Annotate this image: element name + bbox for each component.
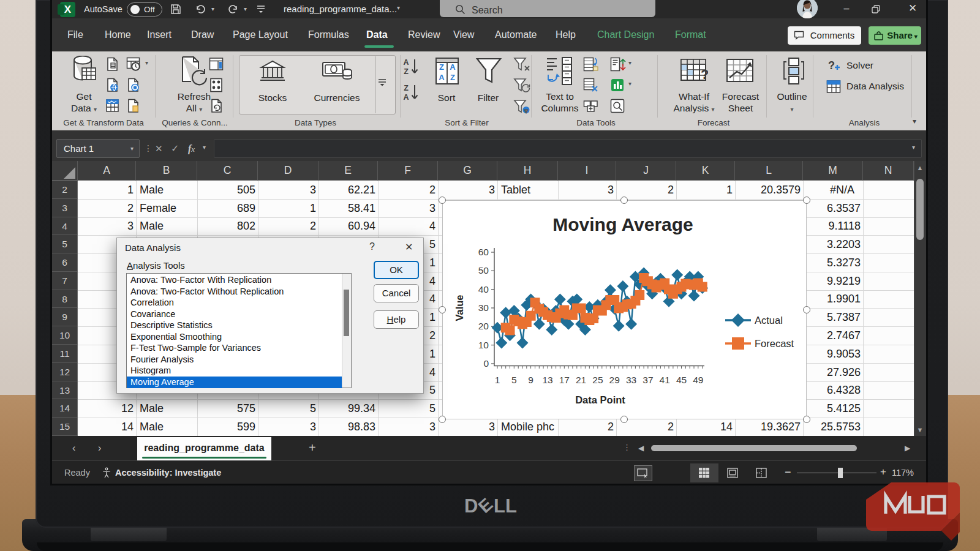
svg-text:9: 9: [528, 375, 533, 385]
svg-text:33: 33: [626, 375, 636, 385]
svg-text:Z: Z: [404, 84, 409, 92]
svg-text:20: 20: [478, 321, 489, 331]
svg-text:50: 50: [478, 265, 489, 276]
svg-text:21: 21: [576, 375, 586, 385]
svg-text:Data Point: Data Point: [575, 394, 625, 405]
svg-text:LL: LL: [494, 495, 517, 517]
svg-text:D: D: [464, 495, 478, 517]
svg-text:Z: Z: [450, 73, 455, 82]
svg-text:Forecast: Forecast: [755, 338, 794, 349]
svg-text:Actual: Actual: [755, 315, 783, 326]
svg-text:25: 25: [592, 375, 603, 385]
svg-text:Moving Average: Moving Average: [552, 214, 693, 234]
svg-text:Value: Value: [454, 294, 465, 321]
svg-text:60: 60: [478, 247, 489, 257]
svg-text:1: 1: [495, 375, 500, 385]
svg-text:A: A: [403, 93, 409, 102]
svg-text:Z: Z: [404, 67, 409, 76]
svg-text:Z: Z: [439, 62, 444, 72]
svg-text:29: 29: [609, 375, 620, 385]
svg-text:5: 5: [511, 375, 517, 385]
svg-text:A: A: [439, 73, 445, 82]
svg-text:40: 40: [478, 284, 489, 294]
svg-text:49: 49: [693, 375, 703, 385]
svg-text:30: 30: [478, 302, 489, 313]
svg-text:▾: ▾: [524, 108, 528, 114]
svg-text:10: 10: [478, 340, 489, 350]
svg-text:A: A: [403, 58, 409, 67]
svg-text:45: 45: [676, 375, 687, 385]
svg-text:37: 37: [643, 375, 653, 385]
svg-text:A: A: [450, 62, 456, 72]
svg-text:17: 17: [559, 375, 570, 385]
svg-text:13: 13: [542, 375, 552, 385]
svg-text:0: 0: [483, 358, 489, 369]
svg-text:41: 41: [660, 375, 670, 385]
